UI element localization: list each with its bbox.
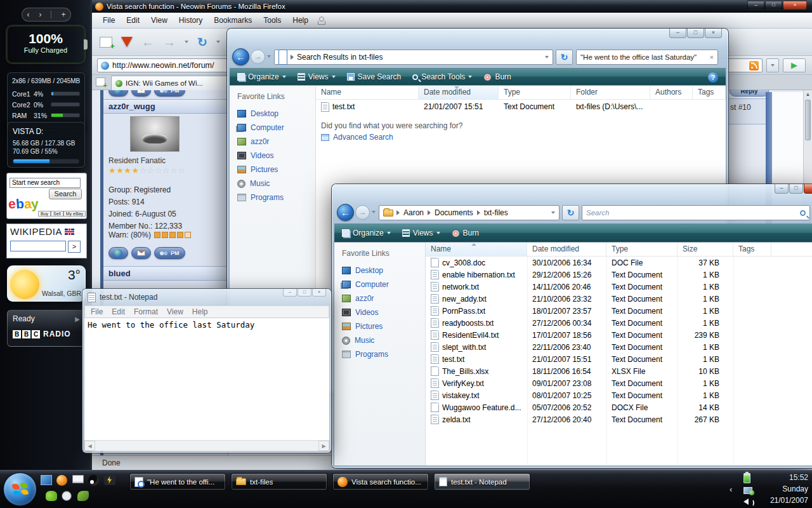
weather-gadget[interactable]: 3° Walsall, GBR bbox=[7, 265, 86, 302]
sidebar-item-computer[interactable]: Computer bbox=[334, 277, 425, 291]
menu-edit[interactable]: Edit bbox=[107, 307, 129, 316]
toolbar-organize[interactable]: Organize bbox=[237, 72, 286, 81]
column-header-name[interactable]: Name bbox=[316, 86, 419, 99]
table-row[interactable]: ResidentEvil4.txt17/01/2007 18:56Text Do… bbox=[426, 329, 812, 341]
toolbar-views[interactable]: Views bbox=[402, 229, 440, 237]
sidebar-item-azz0r[interactable]: azz0r bbox=[334, 291, 425, 305]
clock[interactable]: 15:52 Sunday 21/01/2007 bbox=[770, 472, 808, 506]
menu-tools[interactable]: Tools bbox=[258, 16, 287, 25]
toolbar-organize[interactable]: Organize bbox=[342, 229, 391, 237]
sidebar-item-desktop[interactable]: Desktop bbox=[334, 264, 425, 277]
tab-ign[interactable]: IGN: Wii Games of Wi... bbox=[111, 76, 247, 90]
sidebar-item-programs[interactable]: Programs bbox=[230, 190, 315, 204]
sidebar-item-music[interactable]: Music bbox=[334, 333, 425, 347]
menu-file[interactable]: File bbox=[86, 307, 107, 316]
minimize-button[interactable]: – bbox=[669, 29, 686, 38]
menu-history[interactable]: History bbox=[173, 16, 208, 25]
table-row[interactable]: zelda.txt27/12/2006 20:40Text Document26… bbox=[426, 413, 812, 425]
history-caret-icon[interactable] bbox=[185, 41, 188, 43]
close-button[interactable]: × bbox=[705, 29, 722, 38]
nav-history-caret-icon[interactable] bbox=[267, 55, 271, 58]
column-header-type[interactable]: Type bbox=[606, 243, 678, 256]
drive-gadget[interactable]: VISTA D: 56.68 GB / 127.38 GB 70.69 GB /… bbox=[7, 122, 85, 168]
sidebar-item-azz0r[interactable]: azz0r bbox=[230, 135, 315, 149]
email-button[interactable] bbox=[131, 90, 151, 97]
close-button[interactable]: × bbox=[312, 289, 326, 297]
table-row[interactable]: readyboosts.txt27/12/2006 00:34Text Docu… bbox=[426, 317, 812, 329]
table-row[interactable]: network.txt14/11/2006 20:46Text Document… bbox=[426, 281, 812, 293]
table-row[interactable]: VerifyKey.txt09/01/2007 23:08Text Docume… bbox=[426, 377, 812, 389]
toolbar-save-search[interactable]: Save Search bbox=[347, 72, 402, 81]
minimize-button[interactable]: – bbox=[283, 289, 297, 297]
profile-button[interactable] bbox=[108, 90, 128, 97]
ebay-search-button[interactable]: Search bbox=[49, 189, 82, 199]
refresh-button[interactable]: ↻ bbox=[556, 50, 573, 65]
battery-gadget[interactable]: 100% Fully Charged bbox=[6, 25, 85, 64]
forum-username[interactable]: azz0r_wugg bbox=[103, 99, 228, 114]
taskbar-button-0[interactable]: "He went to the offi... bbox=[129, 473, 226, 490]
go-button[interactable]: ▶ bbox=[783, 58, 806, 72]
column-header-type[interactable]: Type bbox=[499, 86, 571, 99]
next-username[interactable]: blued bbox=[103, 266, 228, 281]
back-icon[interactable]: ← bbox=[141, 36, 154, 48]
table-row[interactable]: slept_with.txt22/11/2006 23:40Text Docum… bbox=[426, 341, 812, 353]
clear-search-icon[interactable]: × bbox=[707, 53, 714, 61]
battery-tray-icon[interactable] bbox=[743, 473, 750, 483]
messenger-icon[interactable] bbox=[46, 491, 57, 501]
maximize-button[interactable]: □ bbox=[298, 289, 311, 297]
ebay-gadget[interactable]: Search ebay BuySellMy eBay bbox=[6, 173, 87, 219]
menu-format[interactable]: Format bbox=[129, 307, 162, 316]
minimize-button[interactable]: – bbox=[747, 1, 764, 10]
toolbar-views[interactable]: Views bbox=[298, 72, 336, 81]
menu-help[interactable]: Help bbox=[287, 16, 314, 25]
toolbar-search-tools[interactable]: Search Tools bbox=[412, 72, 472, 81]
toolbar-burn[interactable]: Burn bbox=[452, 229, 479, 237]
wikipedia-go-button[interactable]: > bbox=[68, 241, 81, 253]
table-row[interactable]: cv_3008.doc30/10/2006 16:34DOC File37 KB bbox=[426, 257, 812, 269]
shell-app-icon[interactable] bbox=[77, 491, 89, 501]
ebay-link-my-ebay[interactable]: My eBay bbox=[63, 211, 86, 217]
sidebar-item-computer[interactable]: Computer bbox=[230, 121, 315, 135]
taskbar-button-3[interactable]: test.txt - Notepad bbox=[434, 473, 530, 490]
column-header-date-modified[interactable]: Date modified bbox=[419, 86, 499, 99]
forward-button[interactable]: → bbox=[251, 50, 265, 64]
maximize-button[interactable]: □ bbox=[789, 184, 803, 194]
maximize-button[interactable]: □ bbox=[687, 29, 704, 38]
scroll-right-icon[interactable]: ▶ bbox=[318, 441, 329, 451]
address-caret-icon[interactable] bbox=[551, 211, 555, 214]
breadcrumb-txt-files[interactable]: txt-files bbox=[484, 208, 508, 217]
maximize-button[interactable]: □ bbox=[765, 1, 782, 10]
table-row[interactable]: test.txt21/01/2007 15:51Text Documenttxt… bbox=[316, 100, 726, 114]
network-tray-icon[interactable] bbox=[743, 487, 752, 494]
horizontal-scrollbar[interactable]: ◀ ▶ bbox=[84, 440, 329, 451]
ebay-search-input[interactable] bbox=[10, 178, 81, 188]
start-button[interactable] bbox=[3, 472, 37, 506]
column-header-folder[interactable]: Folder bbox=[571, 86, 650, 99]
column-header-tags[interactable]: Tags bbox=[733, 243, 771, 256]
wikipedia-gadget[interactable]: WIKIPEDIA > bbox=[6, 224, 87, 258]
breadcrumb-documents[interactable]: Documents bbox=[435, 208, 473, 217]
table-row[interactable]: vistakey.txt08/01/2007 10:25Text Documen… bbox=[426, 389, 812, 401]
wikipedia-search-input[interactable] bbox=[10, 241, 66, 251]
reload-caret-icon[interactable] bbox=[216, 41, 220, 43]
address-bar[interactable]: AaronDocumentstxt-files bbox=[379, 205, 560, 220]
ebay-link-buy[interactable]: Buy bbox=[38, 211, 51, 217]
url-dropdown-button[interactable] bbox=[766, 58, 779, 72]
new-tab-icon[interactable] bbox=[96, 77, 105, 86]
sidebar-item-music[interactable]: Music bbox=[230, 177, 315, 190]
reload-icon[interactable]: ↻ bbox=[197, 35, 207, 50]
menu-help[interactable]: Help bbox=[188, 307, 213, 316]
firefox-titlebar[interactable]: Vista search function - Neowin Forums - … bbox=[92, 0, 812, 13]
taskbar-button-2[interactable]: Vista search functio... bbox=[332, 473, 429, 490]
column-header-size[interactable]: Size bbox=[678, 243, 733, 256]
reply-button[interactable]: Reply bbox=[730, 90, 769, 97]
bbc-radio-gadget[interactable]: Ready▶ BBCRADIO bbox=[7, 310, 86, 347]
table-row[interactable]: PornPass.txt18/01/2007 23:57Text Documen… bbox=[426, 305, 812, 317]
clock-app-icon[interactable] bbox=[62, 491, 72, 501]
pm-button[interactable]: PM bbox=[154, 247, 185, 259]
table-row[interactable]: Wuggawoo Feature.d...05/07/2006 20:52DOC… bbox=[426, 401, 812, 413]
back-button[interactable]: ← bbox=[337, 204, 354, 221]
search-placeholder[interactable]: Search bbox=[586, 209, 797, 217]
sidebar-item-pictures[interactable]: Pictures bbox=[230, 163, 315, 177]
winamp-icon[interactable] bbox=[104, 475, 115, 485]
